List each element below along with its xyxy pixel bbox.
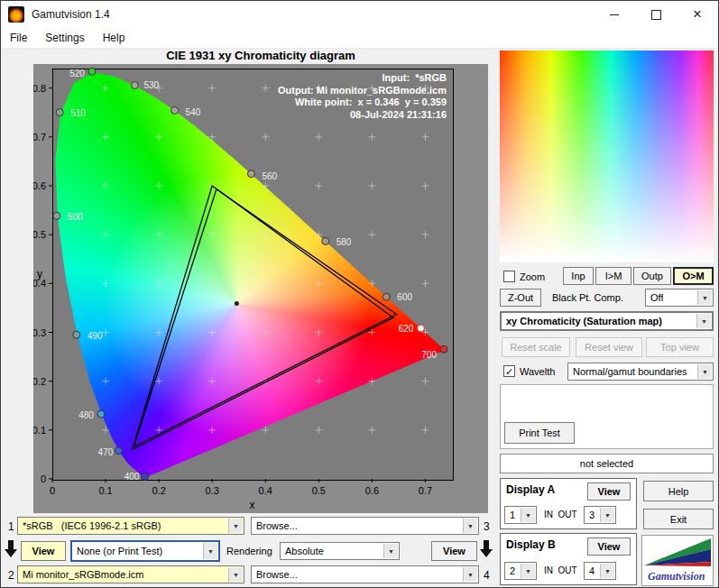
y-tick-label: 0.6	[33, 180, 46, 191]
x-tick-label: 0.5	[312, 485, 326, 496]
chevron-down-icon: ▼	[228, 567, 243, 582]
gamutvision-logo: Gamutvision	[641, 535, 714, 586]
chevron-down-icon: ▼	[521, 508, 535, 522]
display-b-inout-label: IN OUT	[544, 565, 577, 575]
top-view-button: Top view	[646, 337, 714, 357]
chevron-down-icon: ▼	[600, 508, 614, 522]
black-pt-label: Black Pt. Comp.	[552, 292, 623, 303]
status-field: not selected	[500, 454, 714, 473]
minimize-button[interactable]	[594, 1, 635, 28]
y-tick-label: 0.5	[33, 229, 46, 240]
x-tick-label: 0.1	[98, 485, 112, 496]
display-a-view-button[interactable]: View	[587, 482, 631, 501]
maximize-button[interactable]	[635, 1, 677, 28]
chevron-down-icon: ▼	[697, 290, 712, 305]
view-right-button[interactable]: View	[431, 541, 477, 561]
help-button[interactable]: Help	[643, 481, 714, 501]
rendering-intent-select[interactable]: Absolute ▼	[280, 542, 400, 560]
y-axis-label: y	[37, 268, 42, 280]
print-test-button[interactable]: Print Test	[504, 422, 575, 444]
menu-file[interactable]: File	[1, 28, 36, 48]
y-tick-label: 0.1	[33, 425, 46, 436]
window-title: Gamutvision 1.4	[32, 8, 110, 21]
outp-button[interactable]: Outp	[633, 267, 671, 285]
zoom-checkbox[interactable]	[503, 271, 515, 282]
display-b-in-select[interactable]: 2 ▼	[504, 562, 537, 580]
display-a-in-select[interactable]: 1 ▼	[504, 506, 537, 524]
chart-title: CIE 1931 xy Chromaticity diagram	[33, 49, 488, 62]
wavelth-label: Wavelth	[520, 366, 555, 377]
x-tick-label: 0.7	[419, 485, 432, 496]
chevron-down-icon: ▼	[697, 364, 712, 379]
black-pt-select[interactable]: Off ▼	[645, 289, 714, 307]
browse-output-select[interactable]: Browse... ▼	[251, 565, 479, 583]
logo-graphic: Gamutvision	[642, 536, 713, 585]
y-tick-label: 0.7	[33, 132, 46, 142]
chart-plot-area[interactable]	[52, 69, 454, 481]
rendering-label: Rendering	[226, 546, 272, 556]
chevron-down-icon: ▼	[521, 564, 535, 578]
app-icon	[8, 6, 24, 23]
slot-3-label: 3	[484, 520, 490, 533]
down-arrow-icon	[479, 540, 493, 558]
chevron-down-icon: ▼	[203, 543, 217, 559]
display-b-out-select[interactable]: 4 ▼	[584, 562, 616, 580]
y-tick-label: 0	[41, 473, 46, 484]
exit-button[interactable]: Exit	[643, 509, 714, 529]
chromaticity-horseshoe	[53, 69, 453, 480]
browse-input-select[interactable]: Browse... ▼	[251, 517, 479, 535]
view-mode-select[interactable]: xy Chromaticity (Saturation map) ▼	[500, 311, 714, 331]
display-a-out-select[interactable]: 3 ▼	[584, 506, 616, 524]
down-arrow-icon	[4, 540, 18, 558]
wavelth-mode-select[interactable]: Normal/gamut boundaries ▼	[567, 363, 714, 381]
display-b-title: Display B	[506, 538, 556, 551]
x-axis-label: x	[250, 499, 255, 511]
minimize-icon	[610, 14, 619, 15]
menu-bar: File Settings Help	[1, 28, 718, 49]
view-left-button[interactable]: View	[21, 541, 66, 561]
chevron-down-icon: ▼	[600, 564, 614, 578]
menu-help[interactable]: Help	[94, 28, 134, 48]
o-to-m-button[interactable]: O>M	[673, 267, 714, 285]
display-a-inout-label: IN OUT	[544, 510, 577, 519]
slot-4-label: 4	[484, 569, 490, 582]
display-b-group: Display B View 2 ▼ IN OUT 4 ▼	[500, 533, 637, 585]
title-bar: Gamutvision 1.4 ×	[1, 1, 718, 28]
chevron-down-icon: ▼	[383, 544, 398, 558]
y-tick-label: 0.2	[33, 376, 46, 387]
z-out-button[interactable]: Z-Out	[500, 289, 541, 307]
display-b-view-button[interactable]: View	[587, 537, 631, 556]
reset-scale-button: Reset scale	[502, 337, 570, 357]
chevron-down-icon: ▼	[463, 567, 477, 582]
maximize-icon	[651, 10, 661, 20]
output-profile-select[interactable]: Mi monitor_sRGBmode.icm ▼	[17, 565, 244, 583]
inp-button[interactable]: Inp	[563, 267, 594, 285]
print-test-pattern-select[interactable]: None (or Print Test) ▼	[70, 540, 220, 562]
app-window: Gamutvision 1.4 × File Settings Help CIE…	[0, 0, 719, 588]
y-tick-label: 0.4	[33, 278, 46, 289]
display-a-title: Display A	[506, 483, 555, 496]
chevron-down-icon: ▼	[463, 519, 477, 533]
i-to-m-button[interactable]: I>M	[595, 267, 631, 285]
x-tick-label: 0.4	[259, 485, 272, 496]
y-tick-label: 0.3	[33, 327, 46, 338]
slot-2-label: 2	[8, 569, 14, 582]
chevron-down-icon: ▼	[228, 519, 243, 533]
x-tick-label: 0.6	[365, 485, 379, 496]
chart-figure: 00.10.20.30.40.50.60.700.10.20.30.40.50.…	[33, 64, 488, 513]
slot-1-label: 1	[8, 520, 14, 533]
wavelth-checkbox[interactable]: ✓	[503, 365, 515, 377]
y-tick-label: 0.8	[33, 83, 46, 94]
x-tick-label: 0.3	[206, 485, 219, 496]
x-tick-label: 0	[50, 485, 55, 496]
x-tick-label: 0.2	[152, 485, 165, 496]
chevron-down-icon: ▼	[696, 314, 711, 328]
display-a-group: Display A View 1 ▼ IN OUT 3 ▼	[500, 478, 637, 529]
saturation-map-preview	[500, 51, 714, 262]
input-profile-select[interactable]: *sRGB (IEC6 1996-2.1 sRGB) ▼	[17, 517, 244, 535]
reset-view-button: Reset view	[576, 337, 642, 357]
close-icon: ×	[693, 5, 702, 23]
menu-settings[interactable]: Settings	[36, 28, 93, 48]
close-button[interactable]: ×	[677, 1, 718, 28]
zoom-label: Zoom	[520, 271, 545, 282]
